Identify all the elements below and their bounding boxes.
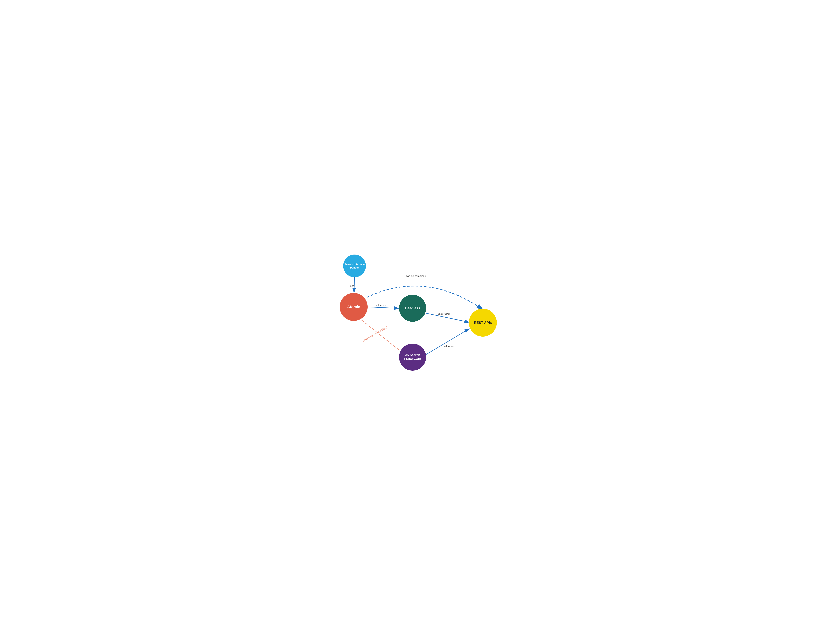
- js-rest-label: built upon: [443, 344, 454, 348]
- atomic-headless-label: built upon: [374, 303, 386, 307]
- headless-label: Headless: [405, 306, 420, 310]
- atomic-headless-arrow: [368, 307, 399, 308]
- js-rest-arrow: [426, 329, 469, 354]
- js-framework-node: JS Search Framework: [399, 344, 426, 371]
- should-not-label: should not be combined: [362, 326, 388, 342]
- uses-label: uses: [349, 284, 354, 288]
- js-framework-label: JS Search Framework: [399, 353, 426, 361]
- atomic-label: Atomic: [347, 305, 360, 309]
- headless-node: Headless: [399, 295, 426, 322]
- search-interface-builder-label: Search interface builder: [343, 262, 366, 269]
- headless-rest-label: built upon: [438, 312, 450, 315]
- atomic-node: Atomic: [340, 293, 368, 321]
- rest-apis-node: REST APIs: [469, 309, 497, 337]
- should-not-arrow: [362, 320, 401, 351]
- search-interface-builder-node: Search interface builder: [343, 254, 366, 277]
- rest-apis-label: REST APIs: [474, 321, 492, 325]
- diagram-container: uses built upon built upon built upon ca…: [336, 253, 504, 379]
- can-be-combined-label: can be combined: [406, 275, 426, 277]
